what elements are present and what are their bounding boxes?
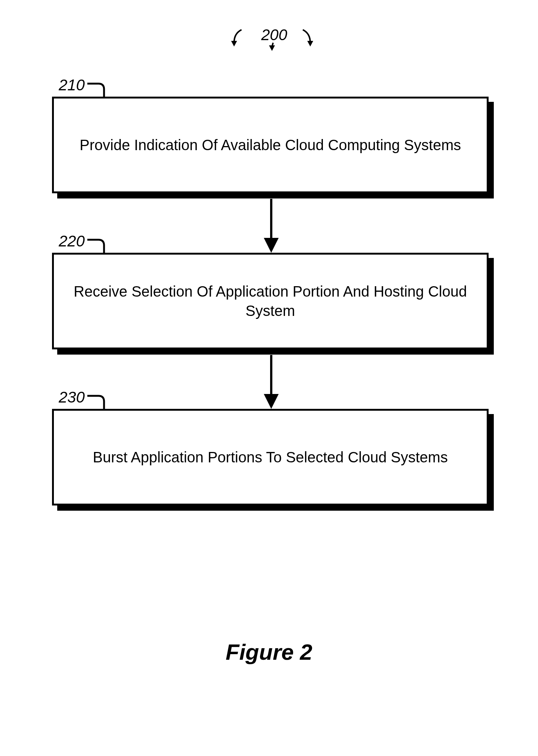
arrow-210-to-220 [260, 199, 282, 255]
svg-marker-6 [264, 394, 279, 409]
step-230-text: Burst Application Portions To Selected C… [93, 448, 448, 467]
svg-marker-4 [264, 238, 279, 253]
step-210-box: Provide Indication Of Available Cloud Co… [52, 97, 489, 193]
step-210-hook [85, 80, 108, 98]
step-230-box: Burst Application Portions To Selected C… [52, 409, 489, 505]
step-220-box: Receive Selection Of Application Portion… [52, 253, 489, 349]
step-220-text: Receive Selection Of Application Portion… [61, 282, 479, 320]
svg-marker-2 [307, 41, 313, 46]
step-210-label: 210 [59, 76, 85, 94]
step-230-label: 230 [59, 388, 85, 406]
figure-caption: Figure 2 [0, 639, 538, 665]
step-220-label: 220 [59, 232, 85, 250]
title-curved-arrows [227, 28, 323, 58]
flowchart-diagram: 200 210 Provide Indication Of Available … [0, 0, 538, 756]
step-230-hook [85, 392, 108, 411]
arrow-220-to-230 [260, 355, 282, 411]
svg-marker-0 [231, 41, 237, 46]
svg-marker-1 [269, 45, 275, 51]
step-220-hook [85, 236, 108, 255]
step-210-text: Provide Indication Of Available Cloud Co… [80, 135, 461, 155]
